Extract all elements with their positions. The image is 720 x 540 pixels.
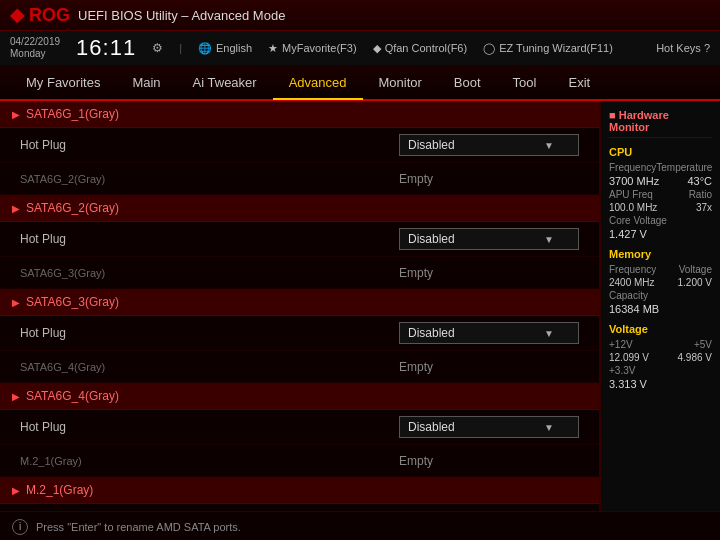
dropdown-arrow-3: ▼: [544, 328, 554, 339]
bottom-info-bar: i Press "Enter" to rename AMD SATA ports…: [0, 511, 720, 540]
hotplug-label-3: Hot Plug: [20, 326, 399, 340]
hotplug-dropdown-4[interactable]: Disabled ▼: [399, 416, 579, 438]
sata3-sublabel: SATA6G_3(Gray): [20, 267, 399, 279]
tab-main[interactable]: Main: [116, 67, 176, 98]
day-text: Monday: [10, 48, 60, 60]
tab-advanced[interactable]: Advanced: [273, 67, 363, 100]
sata1-hotplug-row: Hot Plug Disabled ▼: [0, 128, 599, 163]
cpu-section-title: CPU: [609, 146, 712, 158]
mem-freq-row: Frequency Voltage: [609, 264, 712, 275]
fan-icon: ◆: [373, 42, 381, 55]
left-panel: ▶ SATA6G_1(Gray) Hot Plug Disabled ▼ SAT…: [0, 101, 600, 511]
m2-info-row: M.2_1(Gray) Empty: [0, 445, 599, 477]
sata3-info-row: SATA6G_3(Gray) Empty: [0, 257, 599, 289]
tab-ai-tweaker[interactable]: Ai Tweaker: [177, 67, 273, 98]
hot-keys-btn[interactable]: Hot Keys ?: [656, 42, 710, 54]
mem-freq-values: 2400 MHz 1.200 V: [609, 277, 712, 288]
sata2-label: SATA6G_2(Gray): [26, 201, 119, 215]
dropdown-arrow-1: ▼: [544, 140, 554, 151]
dropdown-arrow-2: ▼: [544, 234, 554, 245]
m2-label: M.2_1(Gray): [26, 483, 93, 497]
monitor-icon: ■: [609, 109, 619, 121]
cpu-freq-values: 3700 MHz 43°C: [609, 175, 712, 187]
nav-tabs: My Favorites Main Ai Tweaker Advanced Mo…: [0, 65, 720, 101]
language-label: English: [216, 42, 252, 54]
sata2-hotplug-row: Hot Plug Disabled ▼: [0, 222, 599, 257]
sata1-label: SATA6G_1(Gray): [26, 107, 119, 121]
m2-sublabel: M.2_1(Gray): [20, 455, 399, 467]
time-display: 16:11: [76, 35, 136, 61]
expand-arrow-3: ▶: [12, 297, 20, 308]
language-selector[interactable]: 🌐 English: [198, 42, 252, 55]
expand-arrow-1: ▶: [12, 109, 20, 120]
sata2-sublabel: SATA6G_2(Gray): [20, 173, 399, 185]
sata2-subvalue: Empty: [399, 172, 579, 186]
m2-group-header[interactable]: ▶ M.2_1(Gray): [0, 477, 599, 504]
cpu-apu-row: APU Freq Ratio: [609, 189, 712, 200]
bios-title: UEFI BIOS Utility – Advanced Mode: [78, 8, 285, 23]
tab-boot[interactable]: Boot: [438, 67, 497, 98]
sata3-label: SATA6G_3(Gray): [26, 295, 119, 309]
hotplug-label-4: Hot Plug: [20, 420, 399, 434]
rog-logo: ◆ ROG: [10, 4, 70, 26]
sata4-sublabel: SATA6G_4(Gray): [20, 361, 399, 373]
voltage-section-title: Voltage: [609, 323, 712, 335]
hotplug-dropdown-1[interactable]: Disabled ▼: [399, 134, 579, 156]
expand-arrow-m2: ▶: [12, 485, 20, 496]
cpu-freq-row: Frequency Temperature: [609, 162, 712, 173]
help-icon: ?: [704, 42, 710, 54]
sata4-group-header[interactable]: ▶ SATA6G_4(Gray): [0, 383, 599, 410]
ez-tuning-btn[interactable]: ◯ EZ Tuning Wizard(F11): [483, 42, 613, 55]
title-bar: ◆ ROG UEFI BIOS Utility – Advanced Mode: [0, 0, 720, 31]
my-favorites-btn[interactable]: ★ MyFavorite(F3): [268, 42, 357, 55]
dropdown-arrow-4: ▼: [544, 422, 554, 433]
tab-my-favorites[interactable]: My Favorites: [10, 67, 116, 98]
hotplug-dropdown-3[interactable]: Disabled ▼: [399, 322, 579, 344]
hw-monitor-title: ■ Hardware Monitor: [609, 109, 712, 138]
tab-tool[interactable]: Tool: [497, 67, 553, 98]
sata3-hotplug-row: Hot Plug Disabled ▼: [0, 316, 599, 351]
hotplug-label-1: Hot Plug: [20, 138, 399, 152]
cpu-corevolt-row: Core Voltage: [609, 215, 712, 226]
cpu-corevolt-value: 1.427 V: [609, 228, 712, 240]
mem-capacity-row: Capacity: [609, 290, 712, 301]
m2-subvalue: Empty: [399, 454, 579, 468]
mem-capacity-value: 16384 MB: [609, 303, 712, 315]
datetime-display: 04/22/2019 Monday: [10, 36, 60, 60]
sata2-info-row: SATA6G_2(Gray) Empty: [0, 163, 599, 195]
sata4-info-row: SATA6G_4(Gray) Empty: [0, 351, 599, 383]
info-icon: i: [12, 519, 28, 535]
expand-arrow-4: ▶: [12, 391, 20, 402]
info-bar: 04/22/2019 Monday 16:11 ⚙ | 🌐 English ★ …: [0, 31, 720, 65]
sata4-hotplug-row: Hot Plug Disabled ▼: [0, 410, 599, 445]
info-text: Press "Enter" to rename AMD SATA ports.: [36, 521, 241, 533]
v33-value: 3.313 V: [609, 378, 712, 390]
qfan-btn[interactable]: ◆ Qfan Control(F6): [373, 42, 468, 55]
v12-values: 12.099 V 4.986 V: [609, 352, 712, 363]
sata4-label: SATA6G_4(Gray): [26, 389, 119, 403]
settings-icon[interactable]: ⚙: [152, 41, 163, 55]
hotplug-dropdown-2[interactable]: Disabled ▼: [399, 228, 579, 250]
expand-arrow-2: ▶: [12, 203, 20, 214]
sata3-subvalue: Empty: [399, 266, 579, 280]
sata1-group-header[interactable]: ▶ SATA6G_1(Gray): [0, 101, 599, 128]
tab-monitor[interactable]: Monitor: [363, 67, 438, 98]
sata4-subvalue: Empty: [399, 360, 579, 374]
cpu-apu-values: 100.0 MHz 37x: [609, 202, 712, 213]
v12-row: +12V +5V: [609, 339, 712, 350]
hardware-monitor-panel: ■ Hardware Monitor CPU Frequency Tempera…: [600, 101, 720, 511]
date-text: 04/22/2019: [10, 36, 60, 48]
v33-row: +3.3V: [609, 365, 712, 376]
sata3-group-header[interactable]: ▶ SATA6G_3(Gray): [0, 289, 599, 316]
hotplug-label-2: Hot Plug: [20, 232, 399, 246]
sata2-group-header[interactable]: ▶ SATA6G_2(Gray): [0, 195, 599, 222]
main-content: ▶ SATA6G_1(Gray) Hot Plug Disabled ▼ SAT…: [0, 101, 720, 511]
favorites-icon: ★: [268, 42, 278, 55]
language-icon: 🌐: [198, 42, 212, 55]
tuning-icon: ◯: [483, 42, 495, 55]
memory-section-title: Memory: [609, 248, 712, 260]
tab-exit[interactable]: Exit: [552, 67, 606, 98]
